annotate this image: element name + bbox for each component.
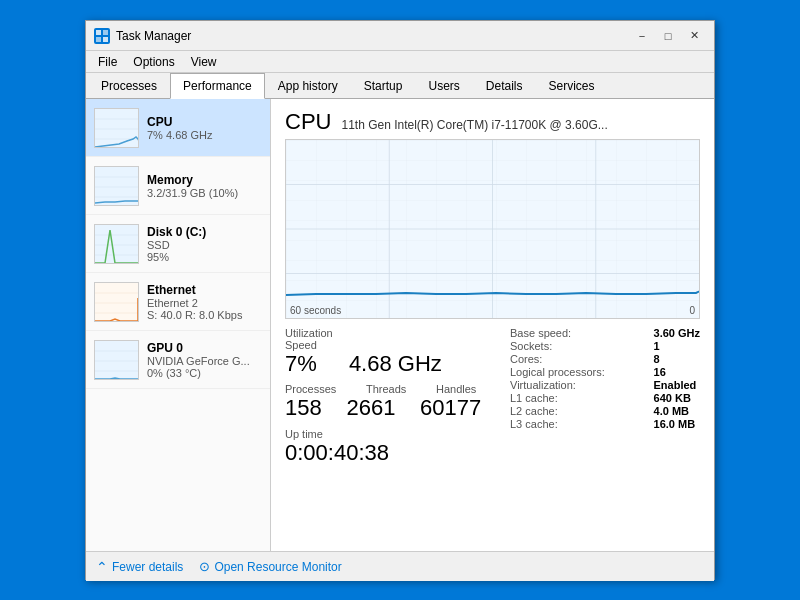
gpu-sub1: NVIDIA GeForce G... [147, 355, 262, 367]
fewer-details-label: Fewer details [112, 560, 183, 574]
threads-label: Threads [366, 383, 420, 395]
main-header: CPU 11th Gen Intel(R) Core(TM) i7-11700K… [285, 109, 700, 135]
tab-services[interactable]: Services [536, 73, 608, 98]
counts-value-row: 158 2661 60177 [285, 395, 490, 421]
ethernet-info: Ethernet Ethernet 2 S: 40.0 R: 8.0 Kbps [147, 283, 262, 321]
footer: ⌃ Fewer details ⊙ Open Resource Monitor [86, 551, 714, 581]
disk-sub1: SSD [147, 239, 262, 251]
window-controls: − □ ✕ [630, 26, 706, 46]
open-resource-monitor-link[interactable]: ⊙ Open Resource Monitor [199, 559, 341, 574]
menu-bar: File Options View [86, 51, 714, 73]
sidebar-item-memory[interactable]: Memory 3.2/31.9 GB (10%) [86, 157, 270, 215]
svg-rect-2 [96, 37, 101, 42]
sidebar-item-disk[interactable]: Disk 0 (C:) SSD 95% [86, 215, 270, 273]
l2-label: L2 cache: [510, 405, 646, 417]
cores-value: 8 [654, 353, 700, 365]
sidebar: CPU 7% 4.68 GHz Memory 3. [86, 99, 271, 551]
cpu-thumbnail [94, 108, 139, 148]
ethernet-sub2: S: 40.0 R: 8.0 Kbps [147, 309, 262, 321]
ethernet-name: Ethernet [147, 283, 262, 297]
utilization-value: 7% [285, 351, 333, 377]
tabs-bar: Processes Performance App history Startu… [86, 73, 714, 99]
tab-processes[interactable]: Processes [88, 73, 170, 98]
utilization-block: Utilization Speed [285, 327, 347, 351]
memory-sub1: 3.2/31.9 GB (10%) [147, 187, 262, 199]
svg-rect-16 [95, 283, 139, 322]
gpu-info: GPU 0 NVIDIA GeForce G... 0% (33 °C) [147, 341, 262, 379]
cpu-name: CPU [147, 115, 262, 129]
memory-thumbnail [94, 166, 139, 206]
svg-rect-12 [95, 225, 139, 264]
base-speed-label: Base speed: [510, 327, 646, 339]
speed-value: 4.68 GHz [349, 351, 458, 377]
uptime-label: Up time [285, 428, 490, 440]
gpu-sub2: 0% (33 °C) [147, 367, 262, 379]
disk-name: Disk 0 (C:) [147, 225, 262, 239]
l3-value: 16.0 MB [654, 418, 700, 430]
cpu-graph: % Utilization 100% [285, 139, 700, 319]
disk-sub2: 95% [147, 251, 262, 263]
l1-label: L1 cache: [510, 392, 646, 404]
menu-file[interactable]: File [90, 53, 125, 71]
memory-info: Memory 3.2/31.9 GB (10%) [147, 173, 262, 199]
right-stats-grid: Base speed: 3.60 GHz Sockets: 1 Cores: 8… [510, 327, 700, 430]
uptime-block: Up time 0:00:40:38 [285, 428, 490, 466]
app-icon [94, 28, 110, 44]
menu-options[interactable]: Options [125, 53, 182, 71]
processes-label: Processes [285, 383, 350, 395]
speed-block [357, 327, 419, 351]
tab-users[interactable]: Users [415, 73, 472, 98]
gpu-thumbnail [94, 340, 139, 380]
memory-name: Memory [147, 173, 262, 187]
sidebar-item-gpu[interactable]: GPU 0 NVIDIA GeForce G... 0% (33 °C) [86, 331, 270, 389]
graph-time-label: 60 seconds [290, 305, 341, 316]
stats-values-row: 7% 4.68 GHz [285, 351, 490, 377]
right-stats: Base speed: 3.60 GHz Sockets: 1 Cores: 8… [510, 327, 700, 466]
menu-view[interactable]: View [183, 53, 225, 71]
svg-rect-21 [95, 341, 139, 380]
sidebar-item-cpu[interactable]: CPU 7% 4.68 GHz [86, 99, 270, 157]
task-manager-window: Task Manager − □ ✕ File Options View Pro… [85, 20, 715, 580]
svg-rect-1 [103, 30, 108, 35]
tab-performance[interactable]: Performance [170, 73, 265, 99]
fewer-details-link[interactable]: ⌃ Fewer details [96, 559, 183, 575]
main-title: CPU [285, 109, 331, 135]
util-value-block: 7% [285, 351, 333, 377]
tab-app-history[interactable]: App history [265, 73, 351, 98]
minimize-button[interactable]: − [630, 26, 654, 46]
handles-value: 60177 [420, 395, 490, 421]
virt-value: Enabled [654, 379, 700, 391]
svg-rect-20 [137, 298, 139, 321]
cpu-sub1: 7% 4.68 GHz [147, 129, 262, 141]
ethernet-sub1: Ethernet 2 [147, 297, 262, 309]
maximize-button[interactable]: □ [656, 26, 680, 46]
l1-value: 640 KB [654, 392, 700, 404]
disk-thumbnail [94, 224, 139, 264]
utilization-label: Utilization [285, 327, 347, 339]
svg-rect-3 [103, 37, 108, 42]
cores-label: Cores: [510, 353, 646, 365]
ethernet-thumbnail [94, 282, 139, 322]
sockets-label: Sockets: [510, 340, 646, 352]
processes-value: 158 [285, 395, 330, 421]
l2-value: 4.0 MB [654, 405, 700, 417]
tab-startup[interactable]: Startup [351, 73, 416, 98]
threads-value: 2661 [346, 395, 404, 421]
logical-proc-value: 16 [654, 366, 700, 378]
tab-details[interactable]: Details [473, 73, 536, 98]
stats-top-row: Utilization Speed [285, 327, 490, 351]
l3-label: L3 cache: [510, 418, 646, 430]
base-speed-value: 3.60 GHz [654, 327, 700, 339]
left-stats: Utilization Speed 7% 4.68 GHz [285, 327, 490, 466]
svg-rect-0 [96, 30, 101, 35]
speed-label: Speed [285, 339, 347, 351]
main-panel: CPU 11th Gen Intel(R) Core(TM) i7-11700K… [271, 99, 714, 551]
gpu-name: GPU 0 [147, 341, 262, 355]
open-resource-label: Open Resource Monitor [214, 560, 341, 574]
graph-svg [286, 140, 699, 318]
logical-proc-label: Logical processors: [510, 366, 646, 378]
close-button[interactable]: ✕ [682, 26, 706, 46]
virt-label: Virtualization: [510, 379, 646, 391]
sockets-value: 1 [654, 340, 700, 352]
sidebar-item-ethernet[interactable]: Ethernet Ethernet 2 S: 40.0 R: 8.0 Kbps [86, 273, 270, 331]
